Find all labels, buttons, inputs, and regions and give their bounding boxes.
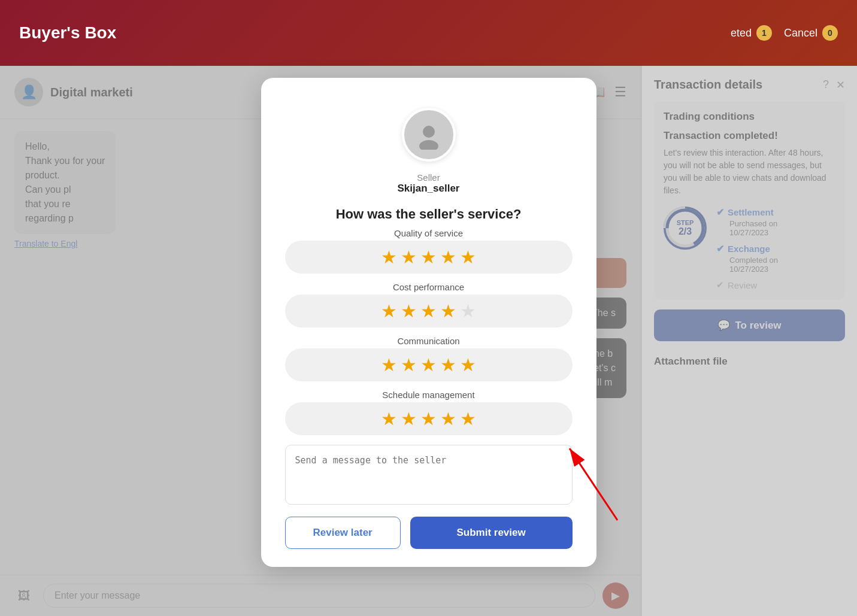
star-4[interactable]: ★ — [440, 301, 456, 321]
review-later-button[interactable]: Review later — [285, 517, 401, 549]
star-3[interactable]: ★ — [420, 247, 437, 268]
star-3[interactable]: ★ — [420, 301, 437, 321]
rating-cost-stars[interactable]: ★ ★ ★ ★ ★ — [285, 295, 573, 327]
cancel-badge: 0 — [822, 25, 838, 41]
completed-button[interactable]: eted 1 — [731, 25, 772, 41]
review-modal: Seller Skijan_seller How was the seller'… — [261, 78, 596, 567]
rating-quality: Quality of service ★ ★ ★ ★ ★ — [285, 228, 573, 274]
svg-point-5 — [419, 140, 438, 150]
cancel-label: Cancel — [784, 27, 817, 40]
seller-info: Seller Skijan_seller — [261, 162, 596, 195]
star-2[interactable]: ★ — [401, 301, 417, 321]
main-area: 👤 Digital marketi 📖 ☰ Hello,Thank you fo… — [0, 66, 857, 616]
star-1[interactable]: ★ — [381, 247, 397, 268]
rating-communication: Communication ★ ★ ★ ★ ★ — [285, 336, 573, 381]
cancel-button[interactable]: Cancel 0 — [784, 25, 838, 41]
rating-cost: Cost performance ★ ★ ★ ★ ★ — [285, 282, 573, 327]
modal-avatar-wrapper — [261, 78, 596, 162]
star-3[interactable]: ★ — [420, 408, 437, 429]
star-4[interactable]: ★ — [440, 247, 456, 268]
modal-avatar — [402, 108, 456, 162]
seller-username: Skijan_seller — [261, 183, 596, 195]
star-3[interactable]: ★ — [420, 354, 437, 375]
completed-label: eted — [731, 27, 752, 40]
star-2[interactable]: ★ — [401, 408, 417, 429]
star-1[interactable]: ★ — [381, 354, 397, 375]
star-5[interactable]: ★ — [460, 301, 476, 321]
star-4[interactable]: ★ — [440, 354, 456, 375]
star-5[interactable]: ★ — [460, 354, 476, 375]
seller-message-textarea[interactable] — [285, 445, 573, 505]
star-1[interactable]: ★ — [381, 301, 397, 321]
rating-communication-stars[interactable]: ★ ★ ★ ★ ★ — [285, 348, 573, 381]
star-2[interactable]: ★ — [401, 354, 417, 375]
rating-quality-label: Quality of service — [285, 228, 573, 238]
rating-schedule: Schedule management ★ ★ ★ ★ ★ — [285, 390, 573, 435]
app-title: Buyer's Box — [19, 23, 719, 43]
rating-schedule-label: Schedule management — [285, 390, 573, 400]
modal-question: How was the seller's service? — [261, 195, 596, 228]
rating-quality-stars[interactable]: ★ ★ ★ ★ ★ — [285, 241, 573, 274]
modal-actions: Review later Submit review — [261, 507, 596, 549]
svg-point-4 — [423, 126, 435, 138]
star-1[interactable]: ★ — [381, 408, 397, 429]
star-4[interactable]: ★ — [440, 408, 456, 429]
star-5[interactable]: ★ — [460, 408, 476, 429]
completed-badge: 1 — [756, 25, 772, 41]
rating-schedule-stars[interactable]: ★ ★ ★ ★ ★ — [285, 402, 573, 435]
seller-role: Seller — [261, 172, 596, 183]
star-2[interactable]: ★ — [401, 247, 417, 268]
rating-communication-label: Communication — [285, 336, 573, 346]
rating-cost-label: Cost performance — [285, 282, 573, 292]
submit-review-button[interactable]: Submit review — [410, 517, 573, 549]
star-5[interactable]: ★ — [460, 247, 476, 268]
header: Buyer's Box eted 1 Cancel 0 — [0, 0, 857, 66]
modal-overlay: Seller Skijan_seller How was the seller'… — [0, 66, 857, 616]
rating-section: Quality of service ★ ★ ★ ★ ★ Cost perfor… — [261, 228, 596, 435]
